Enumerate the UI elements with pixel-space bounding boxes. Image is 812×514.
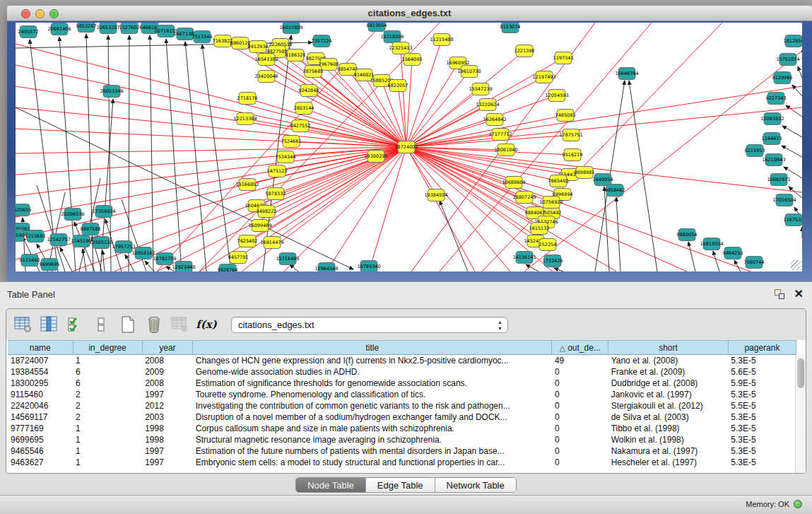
table-cell[interactable]: Yano et al. (2008) (608, 355, 729, 366)
graph-node[interactable]: 19384554 (424, 189, 447, 201)
table-cell[interactable]: 49 (552, 355, 608, 366)
graph-node[interactable]: 9699695 (40, 259, 60, 271)
graph-node[interactable]: 7357224 (312, 35, 332, 47)
table-cell[interactable]: Genome-wide association studies in ADHD. (193, 366, 552, 378)
table-cell[interactable]: Hescheler et al. (1997) (608, 457, 729, 468)
tab-edge-table[interactable]: Edge Table (366, 478, 435, 492)
graph-node[interactable]: 252254 (539, 239, 557, 251)
table-cell[interactable]: 1998 (142, 434, 193, 445)
graph-node[interactable]: 9227343 (766, 93, 787, 105)
canvas-resize-grip[interactable] (791, 260, 801, 270)
graph-node[interactable]: 1145190 (71, 235, 92, 247)
graph-node[interactable]: 18300295 (364, 151, 387, 163)
graph-node[interactable]: 9457791 (228, 252, 249, 264)
graph-node[interactable]: 9958462 (605, 185, 625, 197)
graph-node[interactable]: 2405572 (18, 26, 39, 38)
table-cell[interactable]: 1997 (142, 457, 193, 468)
table-row[interactable]: 1456911722003Disruption of a novel membe… (8, 411, 796, 423)
table-cell[interactable]: 18300295 (8, 378, 73, 389)
graph-node[interactable]: 6822057 (388, 80, 408, 92)
table-cell[interactable]: 9463627 (8, 457, 73, 468)
graph-node[interactable]: 1564093 (402, 54, 423, 66)
graph-node[interactable]: 7534344 (276, 151, 296, 163)
graph-node[interactable]: 1640954 (593, 174, 613, 186)
graph-node[interactable]: 13220624 (476, 99, 499, 111)
table-cell[interactable]: 1 (73, 457, 142, 468)
table-cell[interactable]: 0 (552, 366, 608, 378)
graph-node[interactable]: 16099489 (248, 220, 271, 232)
table-cell[interactable]: 1 (73, 423, 142, 434)
table-cell[interactable]: Nakamura et al. (1997) (608, 445, 729, 457)
graph-node[interactable]: 8153074 (500, 23, 521, 33)
graph-node[interactable]: 10958167 (131, 247, 155, 259)
table-cell[interactable]: 9699695 (8, 434, 73, 445)
graph-node[interactable]: 19610730 (457, 66, 481, 78)
graph-node[interactable]: 12213384 (233, 113, 257, 125)
table-cell[interactable]: 5.9E-5 (728, 378, 796, 389)
table-cell[interactable]: 5.3E-5 (728, 434, 796, 445)
graph-node[interactable]: 11215488 (430, 34, 453, 46)
table-cell[interactable]: 0 (552, 411, 608, 423)
graph-node[interactable]: 16210643 (762, 154, 785, 166)
deselect-all-button[interactable] (92, 315, 112, 334)
table-cell[interactable]: 2 (73, 400, 142, 411)
column-header-title[interactable]: title (193, 341, 552, 355)
window-titlebar[interactable]: citations_edges.txt (7, 6, 812, 21)
graph-node[interactable]: 8813054 (367, 23, 387, 32)
graph-node[interactable]: 2620655 (16, 204, 31, 216)
table-cell[interactable]: 9465546 (8, 445, 73, 457)
graph-node[interactable]: 9880054 (677, 229, 698, 241)
table-row[interactable]: 977716911998Corpus callosum shape and si… (8, 423, 796, 434)
table-cell[interactable]: Investigating the contribution of common… (193, 400, 552, 411)
table-cell[interactable]: Corpus callosum shape and size in male p… (193, 423, 552, 434)
table-cell[interactable]: 6 (73, 366, 142, 378)
table-cell[interactable]: 2012 (142, 400, 193, 411)
graph-node[interactable]: 7590744 (744, 257, 765, 269)
close-panel-icon[interactable]: ✕ (794, 289, 804, 299)
column-header-name[interactable]: name (8, 341, 73, 355)
table-cell[interactable]: Tibbo et al. (1998) (608, 423, 729, 434)
graph-node[interactable]: 16543382 (254, 54, 278, 66)
table-cell[interactable]: 0 (552, 457, 608, 468)
table-cell[interactable]: 9115460 (8, 389, 73, 400)
column-header-short[interactable]: short (608, 341, 729, 355)
memory-status-indicator[interactable] (794, 500, 802, 508)
graph-node[interactable]: 9928764 (218, 264, 238, 272)
graph-node[interactable]: 16782759 (153, 253, 176, 265)
column-header-pagerank[interactable]: pagerank (728, 341, 796, 355)
graph-node[interactable]: 10756928 (539, 197, 563, 209)
graph-node[interactable]: 17875751 (559, 129, 582, 141)
table-cell[interactable]: Disruption of a novel member of a sodium… (193, 411, 552, 423)
graph-node[interactable]: 17359924 (92, 206, 115, 218)
table-cell[interactable]: 9777169 (8, 423, 73, 434)
table-cell[interactable]: 0 (552, 423, 608, 434)
graph-node[interactable]: 12197493 (532, 71, 555, 83)
graph-node[interactable]: 3498222 (257, 206, 277, 218)
table-cell[interactable]: 5.6E-5 (728, 366, 796, 378)
graph-node[interactable]: 15716485 (276, 253, 299, 265)
graph-node[interactable]: 1167533 (784, 214, 802, 226)
table-cell[interactable]: 1 (73, 355, 142, 366)
graph-node[interactable]: 2803144 (294, 103, 314, 115)
select-column-button[interactable] (40, 315, 59, 334)
graph-node[interactable]: 391590 (16, 230, 24, 242)
table-settings-button[interactable] (13, 315, 33, 334)
table-cell[interactable]: Estimation of the future numbers of pati… (193, 445, 552, 457)
table-cell[interactable]: Embryonic stem cells: a model to study s… (193, 457, 552, 468)
table-cell[interactable]: 5.3E-5 (728, 445, 796, 457)
table-cell[interactable]: 0 (552, 400, 608, 411)
graph-node[interactable]: 10653287 (96, 23, 119, 34)
graph-node[interactable]: 18724007 (394, 141, 418, 153)
graph-node[interactable]: 1221398 (514, 45, 535, 57)
graph-node[interactable]: 13505135 (89, 237, 112, 249)
table-row[interactable]: 2242004622012Investigating the contribut… (8, 400, 796, 411)
table-cell[interactable]: 1997 (142, 445, 193, 457)
graph-node[interactable]: 14136141 (512, 252, 536, 264)
table-row[interactable]: 911546021997Tourette syndrome. Phenomeno… (8, 389, 796, 400)
table-cell[interactable]: 2008 (142, 378, 193, 389)
table-cell[interactable]: Jankovic et al. (1997) (608, 389, 729, 400)
table-cell[interactable]: 19384554 (8, 366, 73, 378)
graph-node[interactable]: 8186328 (286, 49, 306, 62)
graph-node[interactable]: 15547239 (469, 83, 492, 95)
graph-node[interactable]: 16648784 (615, 68, 638, 80)
